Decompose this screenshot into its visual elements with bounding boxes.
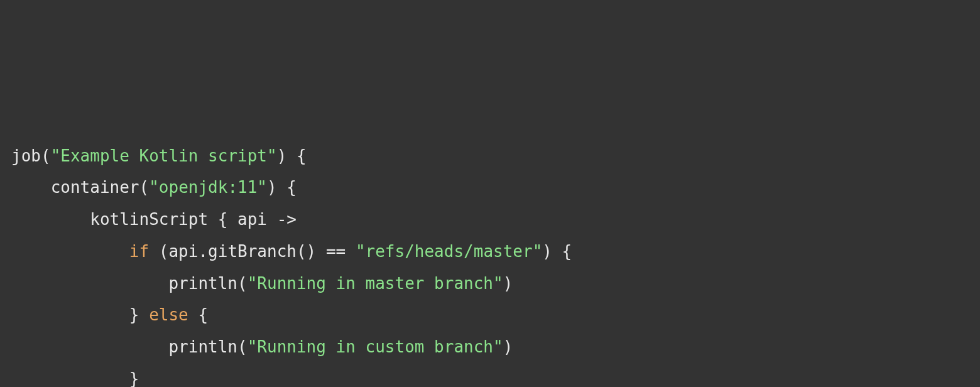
code-text: } <box>129 369 139 387</box>
code-line-1: job("Example Kotlin script") { <box>11 146 307 165</box>
code-text: ) { <box>267 178 297 197</box>
fn-call: container( <box>51 178 150 197</box>
indent <box>11 210 90 229</box>
fn-call: println( <box>168 337 247 356</box>
string-literal: "Example Kotlin script" <box>51 146 277 165</box>
code-line-3: kotlinScript { api -> <box>11 210 297 229</box>
indent <box>11 369 129 387</box>
string-literal: "openjdk:11" <box>149 178 267 197</box>
code-line-5: println("Running in master branch") <box>11 274 513 293</box>
code-text: kotlinScript { api -> <box>90 210 297 229</box>
code-line-2: container("openjdk:11") { <box>11 178 297 197</box>
fn-call: job( <box>11 146 51 165</box>
fn-call: println( <box>168 274 247 293</box>
code-text: { <box>188 305 208 324</box>
indent <box>11 305 129 324</box>
code-line-6: } else { <box>11 305 208 324</box>
code-text: } <box>129 305 149 324</box>
keyword-if: if <box>129 242 149 261</box>
code-text: ) { <box>277 146 307 165</box>
code-line-4: if (api.gitBranch() == "refs/heads/maste… <box>11 242 572 261</box>
indent <box>11 242 129 261</box>
string-literal: "Running in master branch" <box>248 274 503 293</box>
code-line-8: } <box>11 369 139 387</box>
code-line-7: println("Running in custom branch") <box>11 337 513 356</box>
code-text: ) <box>503 337 513 356</box>
indent <box>11 178 51 197</box>
string-literal: "Running in custom branch" <box>248 337 503 356</box>
code-text: (api.gitBranch() == <box>149 242 356 261</box>
string-literal: "refs/heads/master" <box>356 242 542 261</box>
keyword-else: else <box>149 305 188 324</box>
code-text: ) { <box>542 242 572 261</box>
indent <box>11 274 168 293</box>
code-text: ) <box>503 274 513 293</box>
code-block: job("Example Kotlin script") { container… <box>11 140 969 387</box>
indent <box>11 337 168 356</box>
